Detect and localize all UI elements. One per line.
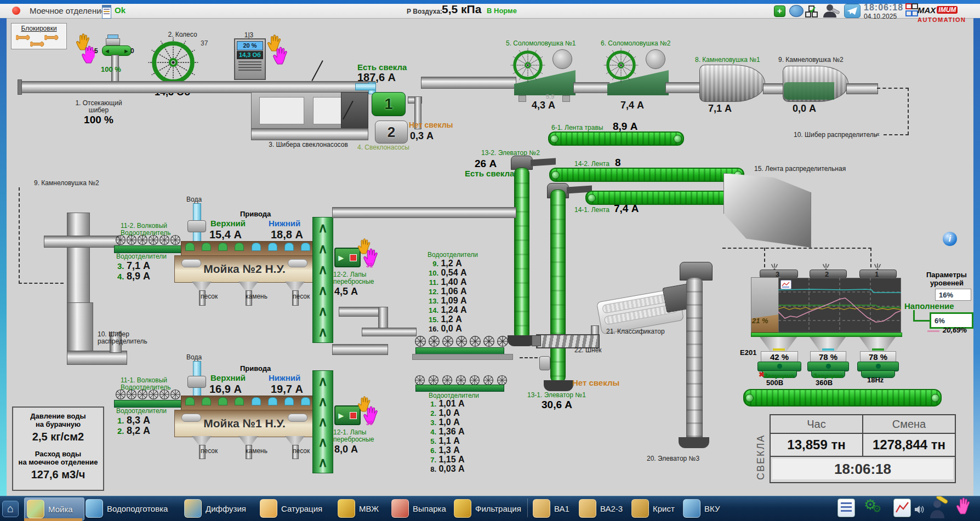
drive-panel-speed: 14,3 Об <box>237 51 263 59</box>
chat-icon[interactable] <box>789 5 804 17</box>
clock: 18:06:18 04.10.2025 <box>864 3 903 20</box>
elevator2-boot <box>508 335 535 346</box>
operator-icon[interactable] <box>821 3 841 18</box>
washer1-paddle-control[interactable]: ▶ <box>334 405 361 425</box>
strawcatcher2-wheel[interactable] <box>603 47 639 83</box>
wrench-icon <box>16 34 30 41</box>
tank-handle <box>288 414 307 422</box>
belt141-label: 14-1. Лента <box>574 206 609 214</box>
beet-pumps-label: 4. Свеклонасосы <box>357 144 409 151</box>
strawcatcher2-motor <box>646 49 665 69</box>
desktop-edge-left <box>0 18 7 496</box>
water-valve[interactable] <box>187 376 206 388</box>
tab-vodopodgotovka[interactable]: Водоподготовка <box>86 497 168 519</box>
pipe <box>332 344 388 355</box>
list-item: 15. 1,2 А <box>423 314 467 324</box>
valve-actuator-body <box>106 38 120 45</box>
tab-krist[interactable]: Крист <box>631 497 675 519</box>
washer2-paddle-control[interactable]: ▶ <box>334 248 361 267</box>
settings-gears-icon[interactable]: ⚙ ⚙ <box>864 496 886 517</box>
drive-panel[interactable]: 20 % 14,3 Об <box>234 38 266 80</box>
small-actuator[interactable] <box>539 356 550 370</box>
washer1-tank[interactable]: Мойка №1 Н.У. <box>174 410 315 437</box>
screw-motor <box>532 335 541 346</box>
pipe <box>573 82 609 93</box>
output-conveyor[interactable] <box>743 389 942 407</box>
tab-va2-3[interactable]: ВА2-3 <box>579 497 623 519</box>
engineer-icon[interactable] <box>927 496 950 518</box>
strawcatcher1-wheel[interactable] <box>510 47 546 83</box>
interlocks-button[interactable]: Блокировки <box>11 23 67 49</box>
paddle <box>252 397 261 405</box>
washer2-paddles-label1: 12-2. Лапы <box>333 271 366 278</box>
list-item: 4. 1,36 А <box>423 427 465 436</box>
network-check-icon[interactable]: ✓ <box>805 5 817 16</box>
separators-top-label: Водоотделители <box>428 251 478 259</box>
add-icon[interactable]: + <box>774 5 785 17</box>
report-icon[interactable] <box>837 499 855 517</box>
belt142-current: 8 <box>615 157 621 169</box>
pump-1[interactable]: 1 <box>372 92 406 116</box>
water-label: Вода <box>186 196 202 203</box>
washer2-lower-current: 18,8 А <box>271 228 303 241</box>
separators-bottom-list: 1. 1,01 А 2. 1,0 А 3. 1,0 А 4. 1,36 А 5.… <box>423 399 465 473</box>
tab-mvzh[interactable]: МВЖ <box>338 497 379 519</box>
alarm-log-icon[interactable] <box>102 5 111 19</box>
brand-logo: MAX IMUM AUTOMATION <box>905 3 978 23</box>
collector-base <box>412 354 513 360</box>
paddle <box>235 243 244 251</box>
strawcatcher1-leg <box>519 95 526 102</box>
home-button[interactable]: ⌂ <box>2 501 19 517</box>
manual-click-hand-icon[interactable] <box>272 46 289 65</box>
elevator3-column[interactable] <box>686 277 703 443</box>
elevator1-column[interactable] <box>550 190 566 382</box>
stonecatcher1-drum[interactable] <box>699 65 765 102</box>
classifier-label: 21. Классификатор <box>606 328 665 335</box>
stop-icon[interactable] <box>350 254 357 261</box>
filling-connector <box>913 310 931 322</box>
tab-saturatsiya[interactable]: Сатурация <box>260 497 322 519</box>
info-icon[interactable]: i <box>943 232 957 246</box>
level-params-input[interactable]: 16% <box>935 289 971 301</box>
tab-diffuziya[interactable]: Диффузия <box>184 497 246 519</box>
tab-krist-icon <box>631 499 649 518</box>
washer1-elevator[interactable]: ∧∧∧∧∧ <box>312 370 333 473</box>
tab-moyka[interactable]: Мойка <box>24 497 84 520</box>
tab-filtratsiya-icon <box>454 499 471 518</box>
strawcatcher1-motor <box>552 49 572 69</box>
start-icon[interactable]: ▶ <box>338 254 344 262</box>
washer2-elevator[interactable]: ∧∧∧∧∧∧ <box>312 217 333 343</box>
flow-line1: Расход воды <box>13 450 103 458</box>
drives-label: Привода <box>240 210 271 218</box>
alarm-hand-icon[interactable] <box>956 496 971 515</box>
sound-icon[interactable] <box>914 505 924 514</box>
stop-icon[interactable] <box>350 412 357 419</box>
paddle <box>202 397 211 405</box>
trend-button[interactable] <box>780 280 791 289</box>
belt142-conveyor[interactable] <box>549 168 744 182</box>
record-indicator-icon[interactable] <box>12 7 20 15</box>
water-valve[interactable] <box>187 220 206 232</box>
route-dashed <box>722 248 871 249</box>
start-icon[interactable]: ▶ <box>338 411 344 420</box>
no-beet-label-1: Нет свеклы <box>409 121 453 129</box>
washer2-tank[interactable]: Мойка №2 Н.У. <box>174 255 315 283</box>
trend-legend-dash <box>927 330 939 332</box>
trends-icon[interactable] <box>893 499 911 517</box>
telegram-icon[interactable] <box>844 4 861 18</box>
elevator2-column[interactable] <box>514 168 529 340</box>
tab-va1[interactable]: ВА1 <box>533 497 569 519</box>
washer2-name: Мойка №2 Н.У. <box>203 262 285 276</box>
grass-belt-conveyor[interactable] <box>548 131 684 146</box>
row-num: 4. <box>117 272 124 281</box>
shiber-lever[interactable] <box>311 60 323 81</box>
row-val: 8,2 А <box>127 425 150 436</box>
tab-vyparka[interactable]: Выпарка <box>391 497 446 519</box>
active-tab-underline <box>24 518 82 521</box>
collector-wheels <box>414 375 511 386</box>
valve-limit-right: 0 <box>130 47 134 55</box>
tab-vku[interactable]: ВКУ <box>683 497 720 519</box>
tab-filtratsiya[interactable]: Фильтрация <box>454 497 521 519</box>
pump-2[interactable]: 2 <box>375 121 408 144</box>
list-item: 3. 1,0 А <box>423 417 465 427</box>
